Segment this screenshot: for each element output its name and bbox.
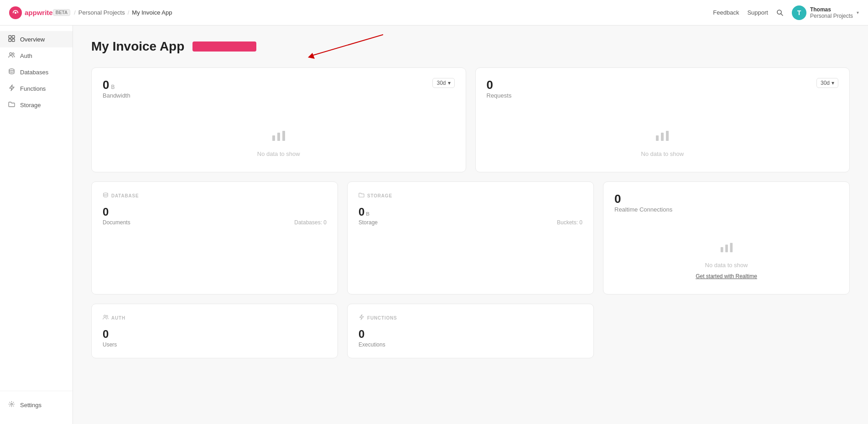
svg-point-8 bbox=[10, 53, 12, 55]
svg-rect-19 bbox=[666, 131, 669, 141]
auth-section-label: AUTH bbox=[103, 314, 327, 321]
sidebar-item-label-overview: Overview bbox=[20, 36, 45, 43]
bandwidth-unit: B bbox=[111, 84, 114, 90]
requests-card-header: 0 Requests 30d ▾ bbox=[487, 78, 839, 113]
sidebar-item-label-auth: Auth bbox=[20, 52, 32, 59]
top-cards-grid: 0 B Bandwidth 30d ▾ No data to show bbox=[91, 67, 850, 172]
grid-icon bbox=[7, 35, 16, 43]
svg-rect-23 bbox=[730, 243, 733, 253]
bandwidth-no-data-text: No data to show bbox=[257, 150, 300, 157]
svg-point-9 bbox=[12, 53, 14, 55]
databases-meta: Databases: 0 bbox=[294, 219, 327, 226]
auth-card: AUTH 0 Users bbox=[91, 304, 338, 358]
user-dropdown[interactable]: T Thomas Personal Projects ▾ bbox=[792, 5, 859, 20]
database-section-label: DATABASE bbox=[103, 192, 327, 199]
chevron-down-icon: ▾ bbox=[857, 10, 859, 15]
storage-label: Storage bbox=[359, 219, 378, 226]
sidebar-item-label-settings: Settings bbox=[20, 402, 42, 408]
bandwidth-no-data: No data to show bbox=[103, 114, 455, 162]
requests-value: 0 bbox=[487, 78, 512, 92]
users-value: 0 bbox=[103, 328, 327, 341]
breadcrumb-sep-2: / bbox=[128, 9, 130, 16]
gear-icon bbox=[7, 401, 16, 409]
svg-rect-16 bbox=[282, 131, 285, 141]
realtime-no-data: No data to show Get started with Realtim… bbox=[614, 227, 838, 284]
buckets-stat: Buckets: 0 bbox=[557, 219, 582, 226]
bandwidth-card-header: 0 B Bandwidth 30d ▾ bbox=[103, 78, 455, 113]
functions-card: FUNCTIONS 0 Executions bbox=[347, 304, 594, 358]
sidebar-item-databases[interactable]: Databases bbox=[0, 64, 73, 80]
search-button[interactable] bbox=[776, 9, 784, 16]
storage-unit: B bbox=[366, 211, 369, 217]
svg-rect-6 bbox=[9, 39, 11, 42]
functions-section-label: FUNCTIONS bbox=[359, 314, 582, 321]
database-stats-row: 0 Documents Databases: 0 bbox=[103, 206, 327, 226]
realtime-label: Realtime Connections bbox=[614, 206, 838, 213]
svg-line-3 bbox=[781, 14, 783, 16]
requests-card: 0 Requests 30d ▾ No data to show bbox=[475, 67, 850, 172]
chart-icon-realtime bbox=[720, 240, 733, 257]
realtime-card: 0 Realtime Connections No data to show G… bbox=[603, 181, 850, 295]
users-stat: 0 Users bbox=[103, 328, 327, 348]
sidebar-item-label-functions: Functions bbox=[20, 85, 46, 92]
breadcrumb-personal-projects[interactable]: Personal Projects bbox=[78, 9, 125, 16]
buckets-meta: Buckets: 0 bbox=[557, 219, 582, 226]
folder-icon bbox=[7, 101, 16, 109]
sidebar-item-storage[interactable]: Storage bbox=[0, 97, 73, 113]
svg-rect-14 bbox=[272, 135, 275, 141]
svg-rect-7 bbox=[12, 39, 15, 42]
svg-rect-22 bbox=[725, 244, 728, 252]
arrow-annotation bbox=[283, 32, 383, 64]
svg-rect-5 bbox=[12, 36, 15, 38]
topnav: appwrite BETA / Personal Projects / My I… bbox=[0, 0, 868, 26]
sidebar-item-functions[interactable]: Functions bbox=[0, 80, 73, 97]
mid-cards-grid: DATABASE 0 Documents Databases: 0 bbox=[91, 181, 850, 295]
sidebar: Overview Auth Databases Functions bbox=[0, 26, 73, 424]
main-content: My Invoice App 0 B Bandwidth bbox=[73, 26, 868, 424]
avatar: T bbox=[792, 5, 806, 20]
svg-rect-15 bbox=[277, 133, 280, 141]
appwrite-logo[interactable]: appwrite bbox=[9, 6, 53, 19]
svg-line-12 bbox=[310, 35, 383, 56]
svg-point-25 bbox=[106, 315, 108, 317]
svg-rect-18 bbox=[661, 133, 664, 141]
requests-no-data: No data to show bbox=[487, 114, 839, 162]
chart-icon-bw bbox=[271, 128, 286, 146]
sidebar-bottom: Settings bbox=[0, 391, 73, 419]
users-icon bbox=[7, 52, 16, 60]
sidebar-item-label-databases: Databases bbox=[20, 69, 48, 76]
svg-point-24 bbox=[104, 315, 106, 317]
sidebar-item-settings[interactable]: Settings bbox=[0, 397, 73, 413]
storage-amount-stat: 0 B Storage bbox=[359, 206, 378, 226]
documents-label: Documents bbox=[103, 219, 130, 226]
sidebar-item-overview[interactable]: Overview bbox=[0, 31, 73, 47]
user-name: Thomas bbox=[810, 6, 853, 13]
svg-rect-4 bbox=[9, 36, 11, 38]
user-project: Personal Projects bbox=[810, 13, 853, 19]
svg-marker-13 bbox=[308, 53, 315, 59]
svg-rect-21 bbox=[720, 247, 723, 252]
breadcrumb-sep-1: / bbox=[74, 9, 76, 16]
storage-stats-row: 0 B Storage Buckets: 0 bbox=[359, 206, 582, 226]
functions-section-icon bbox=[359, 314, 364, 321]
logo-text: appwrite bbox=[25, 9, 53, 16]
support-link[interactable]: Support bbox=[747, 9, 768, 16]
breadcrumb: / Personal Projects / My Invoice App bbox=[74, 9, 172, 16]
svg-point-1 bbox=[15, 11, 16, 13]
bandwidth-card: 0 B Bandwidth 30d ▾ No data to show bbox=[91, 67, 466, 172]
svg-rect-17 bbox=[656, 135, 659, 141]
get-started-realtime-link[interactable]: Get started with Realtime bbox=[696, 273, 757, 279]
users-label: Users bbox=[103, 341, 327, 348]
layout: Overview Auth Databases Functions bbox=[0, 26, 868, 424]
realtime-value: 0 bbox=[614, 192, 838, 206]
feedback-link[interactable]: Feedback bbox=[713, 9, 739, 16]
topnav-right: Feedback Support T Thomas Personal Proje… bbox=[713, 5, 859, 20]
svg-point-20 bbox=[104, 193, 108, 194]
requests-time-select[interactable]: 30d ▾ bbox=[816, 78, 838, 88]
chart-icon-req bbox=[655, 128, 670, 146]
bandwidth-time-select[interactable]: 30d ▾ bbox=[432, 78, 454, 88]
realtime-no-data-text: No data to show bbox=[705, 262, 748, 269]
sidebar-nav: Overview Auth Databases Functions bbox=[0, 31, 73, 391]
sidebar-item-auth[interactable]: Auth bbox=[0, 47, 73, 64]
page-title: My Invoice App bbox=[91, 39, 184, 54]
